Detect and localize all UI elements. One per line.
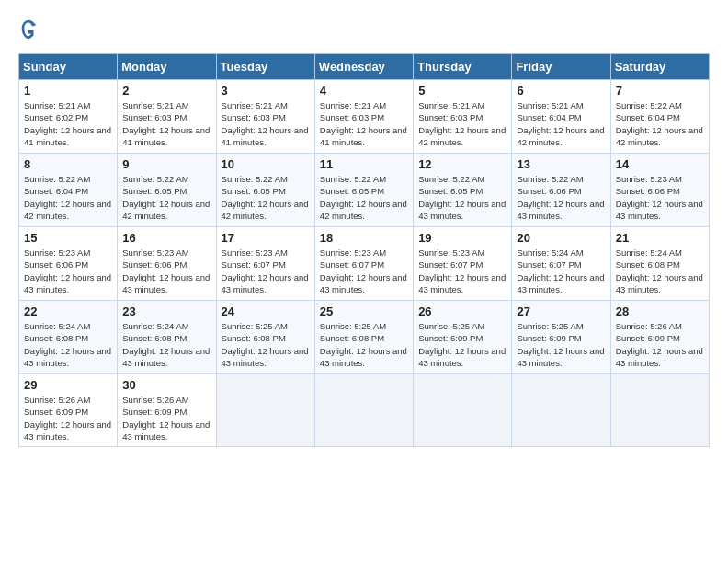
day-number: 23	[122, 304, 210, 318]
col-header-monday: Monday	[118, 54, 216, 80]
header	[18, 18, 710, 44]
day-number: 16	[122, 231, 210, 245]
day-number: 28	[616, 304, 704, 318]
day-number: 17	[222, 231, 310, 245]
day-number: 21	[616, 231, 704, 245]
day-info: Sunrise: 5:21 AM Sunset: 6:04 PM Dayligh…	[517, 99, 605, 148]
day-info: Sunrise: 5:24 AM Sunset: 6:08 PM Dayligh…	[24, 320, 112, 369]
day-number: 24	[222, 304, 310, 318]
table-row: 6 Sunrise: 5:21 AM Sunset: 6:04 PM Dayli…	[512, 80, 610, 154]
day-number: 6	[517, 84, 605, 98]
day-number: 14	[616, 157, 704, 171]
day-number: 5	[418, 84, 506, 98]
day-info: Sunrise: 5:22 AM Sunset: 6:05 PM Dayligh…	[122, 173, 210, 222]
day-number: 19	[418, 231, 506, 245]
day-number: 4	[320, 84, 408, 98]
day-number: 22	[24, 304, 112, 318]
day-info: Sunrise: 5:25 AM Sunset: 6:09 PM Dayligh…	[418, 320, 506, 369]
day-info: Sunrise: 5:21 AM Sunset: 6:03 PM Dayligh…	[320, 99, 408, 148]
table-row: 11 Sunrise: 5:22 AM Sunset: 6:05 PM Dayl…	[314, 154, 413, 227]
table-row: 20 Sunrise: 5:24 AM Sunset: 6:07 PM Dayl…	[512, 227, 610, 301]
table-row: 12 Sunrise: 5:22 AM Sunset: 6:05 PM Dayl…	[414, 154, 512, 227]
day-info: Sunrise: 5:23 AM Sunset: 6:06 PM Dayligh…	[122, 247, 210, 295]
table-row	[610, 374, 709, 447]
day-info: Sunrise: 5:25 AM Sunset: 6:09 PM Dayligh…	[517, 320, 605, 369]
day-number: 2	[122, 84, 210, 98]
day-number: 18	[320, 231, 408, 245]
table-row: 4 Sunrise: 5:21 AM Sunset: 6:03 PM Dayli…	[314, 80, 413, 154]
day-number: 11	[320, 157, 408, 171]
day-number: 20	[517, 231, 605, 245]
col-header-tuesday: Tuesday	[216, 54, 314, 80]
table-row: 9 Sunrise: 5:22 AM Sunset: 6:05 PM Dayli…	[118, 154, 216, 227]
day-info: Sunrise: 5:21 AM Sunset: 6:02 PM Dayligh…	[24, 99, 112, 148]
table-row: 28 Sunrise: 5:26 AM Sunset: 6:09 PM Dayl…	[610, 301, 709, 374]
calendar: SundayMondayTuesdayWednesdayThursdayFrid…	[18, 53, 710, 447]
col-header-thursday: Thursday	[414, 54, 512, 80]
table-row: 8 Sunrise: 5:22 AM Sunset: 6:04 PM Dayli…	[19, 154, 118, 227]
page: SundayMondayTuesdayWednesdayThursdayFrid…	[0, 0, 728, 563]
table-row: 16 Sunrise: 5:23 AM Sunset: 6:06 PM Dayl…	[118, 227, 216, 301]
table-row	[314, 374, 413, 447]
day-number: 29	[24, 378, 112, 392]
day-info: Sunrise: 5:22 AM Sunset: 6:04 PM Dayligh…	[24, 173, 112, 222]
day-info: Sunrise: 5:22 AM Sunset: 6:04 PM Dayligh…	[616, 99, 704, 148]
day-info: Sunrise: 5:23 AM Sunset: 6:06 PM Dayligh…	[24, 247, 112, 295]
logo-icon	[18, 18, 38, 44]
table-row	[512, 374, 610, 447]
table-row: 7 Sunrise: 5:22 AM Sunset: 6:04 PM Dayli…	[610, 80, 709, 154]
day-info: Sunrise: 5:23 AM Sunset: 6:07 PM Dayligh…	[222, 247, 310, 295]
day-number: 30	[122, 378, 210, 392]
table-row: 1 Sunrise: 5:21 AM Sunset: 6:02 PM Dayli…	[19, 80, 118, 154]
day-number: 27	[517, 304, 605, 318]
day-info: Sunrise: 5:25 AM Sunset: 6:08 PM Dayligh…	[222, 320, 310, 369]
day-number: 1	[24, 84, 112, 98]
table-row: 21 Sunrise: 5:24 AM Sunset: 6:08 PM Dayl…	[610, 227, 709, 301]
logo	[18, 18, 41, 44]
day-info: Sunrise: 5:21 AM Sunset: 6:03 PM Dayligh…	[418, 99, 506, 148]
table-row: 10 Sunrise: 5:22 AM Sunset: 6:05 PM Dayl…	[216, 154, 314, 227]
day-info: Sunrise: 5:21 AM Sunset: 6:03 PM Dayligh…	[122, 99, 210, 148]
day-info: Sunrise: 5:22 AM Sunset: 6:05 PM Dayligh…	[222, 173, 310, 222]
day-number: 12	[418, 157, 506, 171]
day-number: 7	[616, 84, 704, 98]
table-row: 17 Sunrise: 5:23 AM Sunset: 6:07 PM Dayl…	[216, 227, 314, 301]
day-info: Sunrise: 5:21 AM Sunset: 6:03 PM Dayligh…	[222, 99, 310, 148]
day-number: 26	[418, 304, 506, 318]
day-number: 8	[24, 157, 112, 171]
table-row: 5 Sunrise: 5:21 AM Sunset: 6:03 PM Dayli…	[414, 80, 512, 154]
col-header-wednesday: Wednesday	[314, 54, 413, 80]
col-header-saturday: Saturday	[610, 54, 709, 80]
table-row: 19 Sunrise: 5:23 AM Sunset: 6:07 PM Dayl…	[414, 227, 512, 301]
table-row: 22 Sunrise: 5:24 AM Sunset: 6:08 PM Dayl…	[19, 301, 118, 374]
day-info: Sunrise: 5:22 AM Sunset: 6:05 PM Dayligh…	[320, 173, 408, 222]
day-info: Sunrise: 5:23 AM Sunset: 6:07 PM Dayligh…	[320, 247, 408, 295]
day-info: Sunrise: 5:23 AM Sunset: 6:06 PM Dayligh…	[616, 173, 704, 222]
table-row: 25 Sunrise: 5:25 AM Sunset: 6:08 PM Dayl…	[314, 301, 413, 374]
table-row	[216, 374, 314, 447]
day-number: 13	[517, 157, 605, 171]
day-info: Sunrise: 5:26 AM Sunset: 6:09 PM Dayligh…	[122, 394, 210, 442]
table-row: 14 Sunrise: 5:23 AM Sunset: 6:06 PM Dayl…	[610, 154, 709, 227]
col-header-sunday: Sunday	[19, 54, 118, 80]
day-info: Sunrise: 5:22 AM Sunset: 6:05 PM Dayligh…	[418, 173, 506, 222]
day-number: 25	[320, 304, 408, 318]
day-info: Sunrise: 5:24 AM Sunset: 6:07 PM Dayligh…	[517, 247, 605, 295]
day-info: Sunrise: 5:24 AM Sunset: 6:08 PM Dayligh…	[122, 320, 210, 369]
day-number: 10	[222, 157, 310, 171]
day-number: 3	[222, 84, 310, 98]
day-info: Sunrise: 5:26 AM Sunset: 6:09 PM Dayligh…	[616, 320, 704, 369]
table-row: 3 Sunrise: 5:21 AM Sunset: 6:03 PM Dayli…	[216, 80, 314, 154]
day-info: Sunrise: 5:22 AM Sunset: 6:06 PM Dayligh…	[517, 173, 605, 222]
table-row: 26 Sunrise: 5:25 AM Sunset: 6:09 PM Dayl…	[414, 301, 512, 374]
table-row: 13 Sunrise: 5:22 AM Sunset: 6:06 PM Dayl…	[512, 154, 610, 227]
day-info: Sunrise: 5:26 AM Sunset: 6:09 PM Dayligh…	[24, 394, 112, 442]
table-row: 29 Sunrise: 5:26 AM Sunset: 6:09 PM Dayl…	[19, 374, 118, 447]
table-row: 2 Sunrise: 5:21 AM Sunset: 6:03 PM Dayli…	[118, 80, 216, 154]
day-number: 9	[122, 157, 210, 171]
table-row: 27 Sunrise: 5:25 AM Sunset: 6:09 PM Dayl…	[512, 301, 610, 374]
day-number: 15	[24, 231, 112, 245]
table-row: 30 Sunrise: 5:26 AM Sunset: 6:09 PM Dayl…	[118, 374, 216, 447]
table-row	[414, 374, 512, 447]
table-row: 23 Sunrise: 5:24 AM Sunset: 6:08 PM Dayl…	[118, 301, 216, 374]
